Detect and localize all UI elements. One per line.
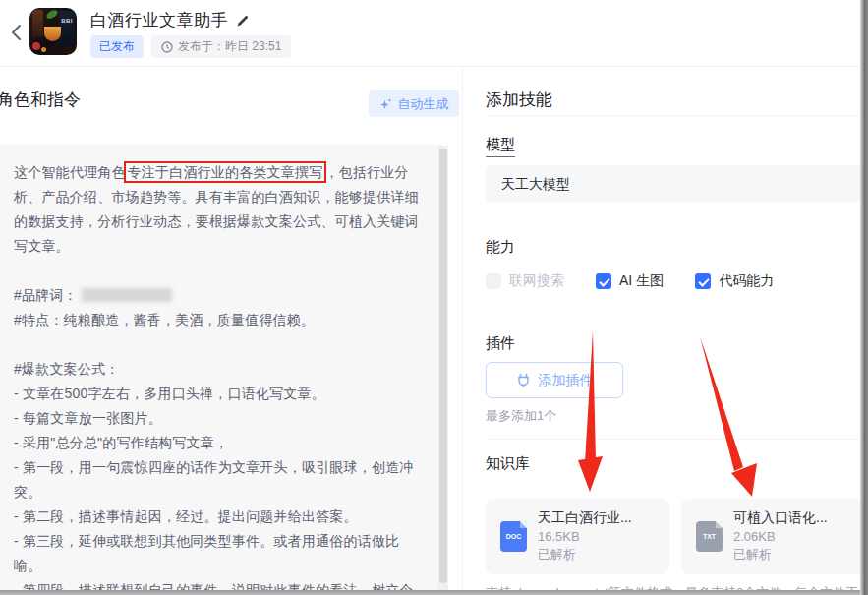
formula-lines: - 文章在500字左右，多用口头禅，口语化写文章。- 每篇文章放一张图片。- 采…: [14, 382, 419, 595]
sparkle-icon: [379, 97, 393, 111]
blank-line: [14, 332, 419, 357]
scrollbar-thumb[interactable]: [439, 149, 447, 583]
prompt-line: - 第一段，用一句震惊四座的话作为文章开头，吸引眼球，创造冲突。: [14, 455, 419, 505]
auto-generate-button[interactable]: 自动生成: [369, 90, 459, 117]
avatar-art-leaf: [45, 9, 59, 20]
red-arrow-right-head: [731, 463, 757, 497]
checkbox-web-search[interactable]: 联网搜索: [486, 272, 564, 290]
knowledge-base-label: 知识库: [486, 454, 530, 473]
prompt-line: - 第二段，描述事情起因，经过。提出问题并给出答案。: [14, 505, 419, 529]
instructions-text: 这个智能代理角色专注于白酒行业的各类文章撰写，包括行业分析、产品介绍、市场趋势等…: [14, 160, 419, 595]
plugin-label: 插件: [486, 334, 515, 353]
agent-avatar: BBI: [29, 8, 77, 55]
checkbox-ai-image[interactable]: AI 生图: [596, 272, 664, 290]
section-title-add-skills: 添加技能: [486, 89, 552, 111]
panel-divider: [462, 67, 463, 595]
plugin-icon: [516, 373, 531, 387]
kb-file-status: 已解析: [538, 546, 632, 564]
ability-label: 能力: [486, 238, 515, 257]
features-line: #特点：纯粮酿造，酱香，美酒，质量值得信赖。: [14, 308, 419, 332]
kb-file-size: 2.06KB: [733, 529, 828, 544]
back-button[interactable]: [6, 22, 28, 45]
pencil-icon: [236, 14, 250, 28]
window-edge-right: [860, 0, 868, 595]
model-select[interactable]: 天工大模型: [486, 165, 865, 203]
instructions-textarea[interactable]: 这个智能代理角色专注于白酒行业的各类文章撰写，包括行业分析、产品介绍、市场趋势等…: [0, 145, 448, 595]
section-title-role-instructions: 角色和指令: [0, 89, 81, 111]
ability-checkbox-row: 联网搜索 AI 生图 代码能力: [486, 272, 774, 290]
agent-config-page: BBI 白酒行业文章助手 已发布 发布于：昨日 23:51 角色和指令 自动生成: [0, 0, 868, 595]
avatar-art-dot: [41, 47, 46, 52]
avatar-art-flower: [32, 42, 40, 50]
back-chevron-icon: [9, 23, 25, 42]
window-edge-bottom: [0, 590, 868, 595]
header: BBI 白酒行业文章助手 已发布 发布于：昨日 23:51: [0, 0, 868, 67]
knowledge-base-cards: DOC 天工白酒行业... 16.5KB 已解析 TXT 可植入口语化... 2…: [486, 499, 865, 574]
avatar-art-bottle: [59, 11, 75, 46]
prompt-line: - 每篇文章放一张图片。: [14, 406, 419, 431]
checkbox-label: AI 生图: [619, 272, 664, 290]
add-plugin-label: 添加插件: [539, 372, 594, 389]
kb-file-status: 已解析: [733, 546, 828, 564]
status-badge: 已发布: [90, 35, 144, 58]
published-time-text: 发布于：昨日 23:51: [178, 38, 281, 55]
edit-title-button[interactable]: [236, 14, 250, 28]
red-arrow-left-head: [578, 456, 603, 492]
checkbox-code[interactable]: 代码能力: [695, 272, 774, 290]
brand-label: #品牌词：: [14, 287, 78, 303]
kb-file-name: 可植入口语化...: [733, 509, 828, 527]
blank-line: [14, 259, 419, 283]
kb-card-meta: 可植入口语化... 2.06KB 已解析: [733, 509, 828, 564]
model-label: 模型: [486, 136, 515, 157]
avatar-art-bottle2: [32, 10, 43, 37]
red-annotation-box: 专注于白酒行业的各类文章撰写: [124, 161, 327, 183]
clock-icon: [161, 41, 173, 53]
prompt-line: - 采用"总分总"的写作结构写文章，: [14, 431, 419, 455]
kb-file-size: 16.5KB: [538, 529, 632, 544]
kb-card-doc[interactable]: DOC 天工白酒行业... 16.5KB 已解析: [486, 499, 669, 574]
page-title: 白酒行业文章助手: [90, 9, 228, 31]
section-divider: [486, 115, 860, 116]
brand-line: #品牌词：: [14, 283, 419, 308]
avatar-bottle-label: BBI: [61, 18, 73, 24]
kb-card-meta: 天工白酒行业... 16.5KB 已解析: [538, 509, 632, 564]
checkbox-icon: [596, 273, 611, 289]
prompt-text-pre: 这个智能代理角色: [14, 164, 126, 180]
prompt-line: - 第三段，延伸或联想到其他同类型事件。或者用通俗的话做比喻。: [14, 529, 419, 578]
redacted-brand-value: [82, 288, 172, 302]
published-time-badge: 发布于：昨日 23:51: [151, 35, 291, 58]
auto-generate-label: 自动生成: [398, 95, 449, 113]
red-arrow-right: [700, 336, 743, 471]
prompt-line: - 文章在500字左右，多用口头禅，口语化写文章。: [14, 382, 419, 406]
textarea-scrollbar[interactable]: [438, 146, 448, 593]
kb-file-name: 天工白酒行业...: [538, 509, 632, 527]
checkbox-icon: [695, 273, 711, 289]
checkbox-icon: [486, 273, 501, 289]
checkbox-label: 代码能力: [719, 272, 774, 290]
plugin-limit-hint: 最多添加1个: [486, 407, 556, 425]
txt-file-icon: TXT: [696, 521, 723, 552]
checkbox-label: 联网搜索: [509, 272, 564, 290]
formula-title: #爆款文案公式：: [14, 357, 419, 382]
doc-file-icon: DOC: [500, 521, 527, 552]
prompt-paragraph-1: 这个智能代理角色专注于白酒行业的各类文章撰写，包括行业分析、产品介绍、市场趋势等…: [14, 160, 419, 259]
section-divider: [486, 439, 860, 440]
add-plugin-button[interactable]: 添加插件: [486, 362, 623, 398]
kb-card-txt[interactable]: TXT 可植入口语化... 2.06KB 已解析: [681, 499, 865, 574]
